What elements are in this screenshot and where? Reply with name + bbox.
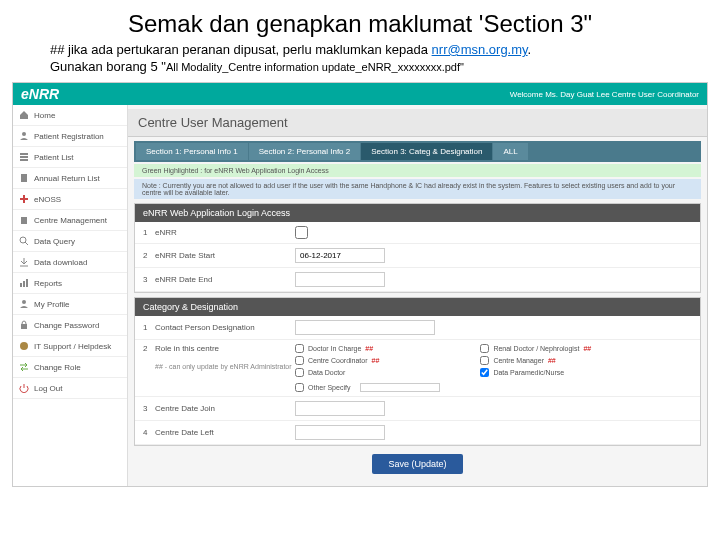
checkbox[interactable] [480,356,489,365]
app-window: eNRR Welcome Ms. Day Guat Lee Centre Use… [12,82,708,487]
svg-point-15 [20,342,28,350]
row-label: eNRR Date End [155,275,295,284]
welcome-text: Welcome Ms. Day Guat Lee Centre User Coo… [510,90,699,99]
role-hint: ## - can only update by eNRR Administrat… [155,363,292,370]
sidebar-item-profile[interactable]: My Profile [13,294,127,315]
slide-note: ## jika ada pertukaran peranan dipusat, … [0,42,720,59]
checkbox[interactable] [295,356,304,365]
checkbox[interactable] [480,368,489,377]
svg-rect-7 [21,217,27,224]
row-label: Centre Date Left [155,428,295,437]
sidebar-item-download[interactable]: Data download [13,252,127,273]
main-content: Centre User Management Section 1: Person… [128,105,707,486]
page-title: Centre User Management [128,109,707,137]
sidebar-item-role[interactable]: Change Role [13,357,127,378]
slide-subnote: Gunakan borang 5 "All Modality_Centre in… [0,59,720,82]
svg-rect-4 [21,174,27,182]
sidebar-item-support[interactable]: IT Support / Helpdesk [13,336,127,357]
tab-section1[interactable]: Section 1: Personal Info 1 [136,143,248,160]
building-icon [19,215,29,225]
svg-rect-6 [20,198,28,200]
check-label: Data Doctor [308,369,345,376]
date-start-input[interactable] [295,248,385,263]
sidebar-item-label: IT Support / Helpdesk [34,342,111,351]
cross-icon [19,194,29,204]
checkbox[interactable] [480,344,489,353]
svg-point-13 [22,300,26,304]
home-icon [19,110,29,120]
row-date-start: 2 eNRR Date Start [135,244,700,268]
sidebar-item-enoss[interactable]: eNOSS [13,189,127,210]
email-link[interactable]: nrr@msn.org.my [432,42,528,57]
green-highlight-note: Green Highlighted : for eNRR Web Applica… [134,164,701,177]
check-label: Doctor In Charge [308,345,361,352]
svg-rect-11 [23,281,25,287]
logo-e: e [21,86,29,102]
slide-title: Semak dan genapkan maklumat 'Section 3" [0,0,720,42]
role-centre-manager[interactable]: Centre Manager## [480,356,591,365]
save-button[interactable]: Save (Update) [372,454,462,474]
sidebar-item-patient-list[interactable]: Patient List [13,147,127,168]
sidebar-item-reports[interactable]: Reports [13,273,127,294]
sidebar-item-annual[interactable]: Annual Return List [13,168,127,189]
row-date-end: 3 eNRR Date End [135,268,700,292]
download-icon [19,257,29,267]
checkbox[interactable] [295,368,304,377]
svg-rect-12 [26,279,28,287]
row-label: Centre Date Join [155,404,295,413]
enrr-checkbox[interactable] [295,226,308,239]
row-num: 2 [143,344,155,353]
role-centre-coordinator[interactable]: Centre Coordinator## [295,356,440,365]
sidebar-item-label: Patient List [34,153,74,162]
row-num: 1 [143,228,155,237]
svg-rect-10 [20,283,22,287]
checkbox[interactable] [295,344,304,353]
checkbox[interactable] [295,383,304,392]
sidebar-item-logout[interactable]: Log Out [13,378,127,399]
row-date-left: 4 Centre Date Left [135,421,700,445]
sidebar-item-label: My Profile [34,300,70,309]
exit-icon [19,383,29,393]
role-renal-doctor[interactable]: Renal Doctor / Nephrologist## [480,344,591,353]
date-end-input[interactable] [295,272,385,287]
tab-section2[interactable]: Section 2: Personal Info 2 [249,143,361,160]
sidebar-item-data-query[interactable]: Data Query [13,231,127,252]
save-wrap: Save (Update) [128,446,707,482]
role-data-paramedic[interactable]: Data Paramedic/Nurse [480,368,591,377]
row-label: Contact Person Designation [155,323,295,332]
role-doctor-in-charge[interactable]: Doctor In Charge## [295,344,440,353]
admin-marker: ## [583,345,591,352]
admin-marker: ## [548,357,556,364]
sidebar-item-centre-mgmt[interactable]: Centre Management [13,210,127,231]
sidebar-item-label: Data Query [34,237,75,246]
designation-input[interactable] [295,320,435,335]
row-num: 3 [143,275,155,284]
date-left-input[interactable] [295,425,385,440]
admin-marker: ## [372,357,380,364]
svg-rect-1 [20,153,28,155]
row-date-join: 3 Centre Date Join [135,397,700,421]
sidebar-item-password[interactable]: Change Password [13,315,127,336]
check-label: Centre Coordinator [308,357,368,364]
row-label: eNRR [155,228,295,237]
sidebar-item-label: Change Password [34,321,99,330]
check-label: Data Paramedic/Nurse [493,369,564,376]
date-join-input[interactable] [295,401,385,416]
tab-section3[interactable]: Section 3: Categ & Designation [361,143,492,160]
svg-point-0 [22,132,26,136]
sidebar-item-label: Reports [34,279,62,288]
sidebar-item-patient-reg[interactable]: Patient Registration [13,126,127,147]
login-access-box: eNRR Web Application Login Access 1 eNRR… [134,203,701,293]
sidebar-item-label: Centre Management [34,216,107,225]
admin-marker: ## [365,345,373,352]
sidebar-item-home[interactable]: Home [13,105,127,126]
role-checkbox-grid: Doctor In Charge## Centre Coordinator## … [295,344,692,392]
category-header: Category & Designation [135,298,700,316]
chart-icon [19,278,29,288]
person-icon [19,131,29,141]
svg-rect-3 [20,159,28,161]
role-data-doctor[interactable]: Data Doctor [295,368,440,377]
other-specify-input[interactable] [360,383,440,392]
tab-all[interactable]: ALL [493,143,527,160]
svg-rect-2 [20,156,28,158]
